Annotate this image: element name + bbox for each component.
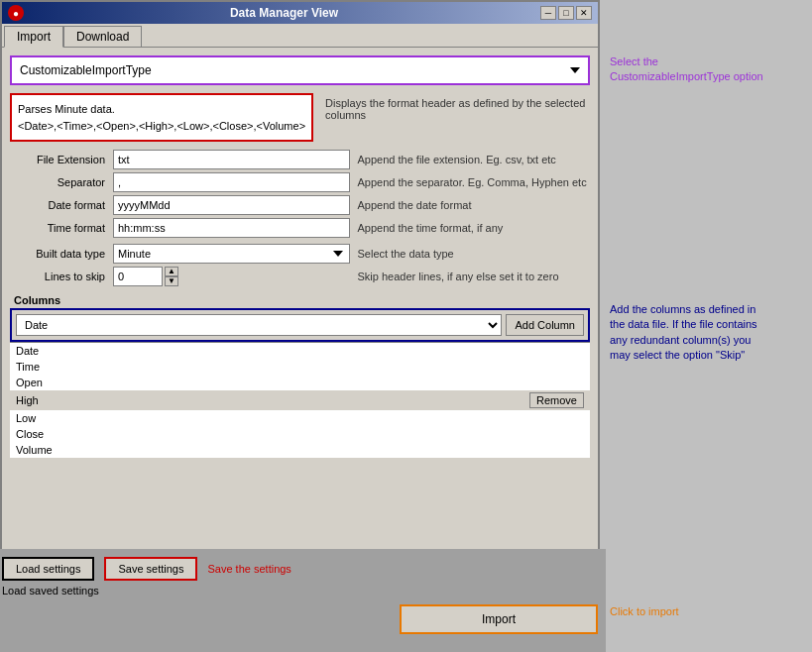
- format-section: Parses Minute data. <Date>,<Time>,<Open>…: [10, 93, 590, 142]
- lines-to-skip-row: Lines to skip ▲ ▼ Skip header lines, if …: [10, 267, 590, 286]
- list-item: Open: [10, 375, 590, 390]
- built-data-type-row: Built data type Minute Select the data t…: [10, 244, 590, 264]
- built-data-label: Built data type: [10, 248, 109, 260]
- list-item: Date: [10, 343, 590, 359]
- format-description: Displays the format header as defined by…: [321, 93, 590, 142]
- tab-bar: Import Download: [2, 24, 598, 48]
- annotation-columns: Add the columns as defined inthe data fi…: [610, 302, 757, 364]
- tab-download[interactable]: Download: [63, 26, 142, 47]
- lines-skip-label: Lines to skip: [10, 271, 109, 282]
- file-extension-hint: Append the file extension. Eg. csv, txt …: [354, 154, 591, 165]
- lines-skip-input-wrap: ▲ ▼: [113, 267, 350, 286]
- annotation-import: Click to import: [610, 604, 679, 619]
- time-format-hint: Append the time format, if any: [354, 222, 591, 234]
- separator-label: Separator: [10, 176, 109, 188]
- file-extension-input[interactable]: [113, 150, 350, 169]
- format-line1: Parses Minute data.: [18, 101, 305, 118]
- save-hint: Save the settings: [207, 563, 290, 575]
- list-item: Time: [10, 359, 590, 375]
- columns-section: Columns Date Time Open High Low Close Vo…: [10, 292, 590, 458]
- separator-input[interactable]: [113, 172, 350, 192]
- import-type-container: CustomizableImportType: [10, 55, 590, 85]
- list-item: Volume: [10, 442, 590, 458]
- load-settings-button[interactable]: Load settings: [2, 557, 94, 581]
- spinner-up-button[interactable]: ▲: [165, 267, 178, 276]
- fields-grid: File Extension Append the file extension…: [10, 150, 590, 238]
- load-hint: Load saved settings: [2, 585, 598, 597]
- separator-hint: Append the separator. Eg. Comma, Hyphen …: [354, 176, 591, 188]
- close-button[interactable]: ✕: [576, 6, 592, 20]
- spinner-buttons: ▲ ▼: [165, 267, 178, 286]
- columns-dropdown[interactable]: Date Time Open High Low Close Volume Ski…: [16, 314, 502, 336]
- minimize-button[interactable]: ─: [540, 6, 556, 20]
- date-format-input[interactable]: [113, 195, 350, 215]
- remove-column-button[interactable]: Remove: [529, 392, 584, 408]
- import-btn-wrap: Import: [2, 604, 598, 634]
- lines-skip-input[interactable]: [113, 267, 163, 286]
- format-box: Parses Minute data. <Date>,<Time>,<Open>…: [10, 93, 313, 142]
- import-button[interactable]: Import: [400, 604, 598, 634]
- columns-select-area: Date Time Open High Low Close Volume Ski…: [10, 308, 590, 342]
- time-format-label: Time format: [10, 222, 109, 234]
- columns-row: Date Time Open High Low Close Volume Ski…: [16, 314, 584, 336]
- lines-skip-hint: Skip header lines, if any else set it to…: [354, 271, 591, 282]
- time-format-input[interactable]: [113, 218, 350, 238]
- date-format-label: Date format: [10, 199, 109, 211]
- bottom-buttons-row: Load settings Save settings Save the set…: [2, 557, 598, 581]
- date-format-hint: Append the date format: [354, 199, 591, 211]
- built-data-select[interactable]: Minute: [113, 244, 350, 264]
- title-bar: ● Data Manager View ─ □ ✕: [2, 2, 598, 24]
- save-settings-button[interactable]: Save settings: [104, 557, 197, 581]
- main-content: CustomizableImportType Parses Minute dat…: [2, 48, 598, 466]
- list-item: Low: [10, 410, 590, 426]
- bottom-section: Load settings Save settings Save the set…: [0, 549, 606, 652]
- window-title: Data Manager View: [28, 6, 540, 20]
- format-line2: <Date>,<Time>,<Open>,<High>,<Low>,<Close…: [18, 118, 305, 135]
- built-data-hint: Select the data type: [354, 248, 591, 260]
- annotations-panel: Select theCustomizableImportType option …: [610, 0, 812, 652]
- tab-import[interactable]: Import: [4, 26, 63, 48]
- annotation-import-type: Select theCustomizableImportType option: [610, 54, 763, 85]
- maximize-button[interactable]: □: [558, 6, 574, 20]
- list-item-high: High Remove: [10, 390, 590, 410]
- import-type-select[interactable]: CustomizableImportType: [14, 59, 586, 81]
- app-icon: ●: [8, 5, 24, 21]
- window-controls: ─ □ ✕: [540, 6, 592, 20]
- list-item: Close: [10, 426, 590, 442]
- file-extension-label: File Extension: [10, 154, 109, 165]
- columns-label: Columns: [10, 292, 590, 308]
- spinner-down-button[interactable]: ▼: [165, 276, 178, 286]
- add-column-button[interactable]: Add Column: [506, 314, 584, 336]
- columns-list: Date Time Open High Remove Low Close: [10, 342, 590, 458]
- main-window: ● Data Manager View ─ □ ✕ Import Downloa…: [0, 0, 600, 652]
